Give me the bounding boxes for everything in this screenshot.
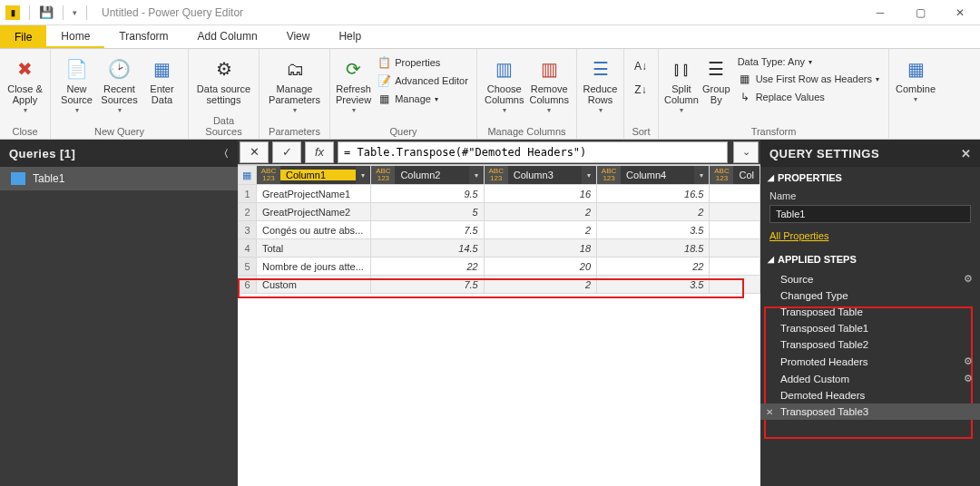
tab-view[interactable]: View — [272, 25, 325, 48]
table-row[interactable]: 6 Custom 7.5 2 3.5 — [239, 276, 760, 294]
table-row[interactable]: 1 GreatProjectName1 9.5 16 16.5 — [239, 185, 760, 203]
fx-button[interactable]: fx — [305, 141, 334, 163]
cell[interactable]: Congés ou autre abs... — [256, 221, 370, 239]
applied-step[interactable]: Source⚙ — [760, 270, 980, 287]
cell[interactable] — [710, 276, 760, 294]
advanced-editor-button[interactable]: 📝Advanced Editor — [373, 73, 472, 89]
save-icon[interactable]: 💾 — [39, 5, 54, 19]
cell[interactable]: Total — [256, 239, 370, 258]
cell[interactable]: 2 — [484, 276, 596, 294]
cell[interactable]: 14.5 — [371, 239, 484, 258]
group-by-button[interactable]: ☰ Group By — [701, 53, 732, 115]
choose-columns-button[interactable]: ▥ Choose Columns▾ — [483, 53, 526, 115]
applied-step[interactable]: Promoted Headers⚙ — [760, 353, 980, 370]
cell[interactable]: 3.5 — [597, 276, 710, 294]
manage-button[interactable]: ▦Manage ▾ — [373, 91, 472, 107]
maximize-button[interactable]: ▢ — [900, 0, 940, 25]
cell[interactable] — [710, 239, 760, 258]
properties-button[interactable]: 📋Properties — [373, 54, 472, 71]
expand-formula-button[interactable]: ⌄ — [733, 141, 759, 163]
column-dropdown-icon[interactable]: ▾ — [469, 166, 484, 184]
cell[interactable]: 3.5 — [597, 221, 710, 239]
enter-data-button[interactable]: ▦ Enter Data — [142, 53, 182, 115]
cell[interactable]: GreatProjectName1 — [256, 185, 370, 203]
data-source-settings-button[interactable]: ⚙ Data source settings — [194, 53, 253, 105]
collapse-icon[interactable]: ◢ — [768, 173, 774, 182]
remove-columns-button[interactable]: ▥ Remove Columns▾ — [528, 53, 572, 115]
column-header[interactable]: ABC123Col — [710, 166, 760, 185]
sort-asc-button[interactable]: A↓ — [630, 58, 652, 74]
gear-icon[interactable]: ⚙ — [964, 373, 973, 384]
table-row[interactable]: 2 GreatProjectName2 5 2 2 — [239, 203, 760, 221]
cell[interactable]: 22 — [597, 258, 710, 276]
data-type-button[interactable]: Data Type: Any ▾ — [734, 54, 883, 69]
replace-values-button[interactable]: ↳Replace Values — [734, 89, 883, 105]
cell[interactable]: 20 — [484, 258, 596, 276]
column-header[interactable]: ABC123Column3▾ — [484, 166, 596, 185]
column-header[interactable]: ABC123Column1▾ — [256, 166, 370, 185]
table-row[interactable]: 4 Total 14.5 18 18.5 — [239, 239, 760, 258]
cell[interactable] — [710, 203, 760, 221]
recent-sources-button[interactable]: 🕑 Recent Sources▾ — [99, 53, 140, 115]
formula-input[interactable] — [338, 141, 728, 163]
tab-transform[interactable]: Transform — [104, 25, 182, 48]
cell[interactable]: 9.5 — [371, 185, 484, 203]
tab-add-column[interactable]: Add Column — [183, 25, 272, 48]
close-apply-button[interactable]: ✖ Close & Apply ▾ — [5, 53, 44, 115]
qat-dropdown-icon[interactable]: ▾ — [73, 8, 77, 17]
column-header[interactable]: ABC123Column2▾ — [371, 166, 484, 185]
cell[interactable]: 2 — [597, 203, 710, 221]
cell[interactable] — [710, 258, 760, 276]
cell[interactable]: 16 — [484, 185, 596, 203]
applied-step[interactable]: Demoted Headers — [760, 387, 980, 403]
refresh-preview-button[interactable]: ⟳ Refresh Preview▾ — [336, 53, 371, 115]
table-row[interactable]: 5 Nombre de jours atte... 22 20 22 — [239, 258, 760, 276]
collapse-icon[interactable]: ◢ — [768, 255, 774, 264]
column-dropdown-icon[interactable]: ▾ — [694, 166, 709, 184]
select-all-cell[interactable]: ▦ — [239, 166, 257, 185]
tab-help[interactable]: Help — [324, 25, 376, 48]
data-grid[interactable]: ▦ ABC123Column1▾ ABC123Column2▾ ABC123Co… — [238, 165, 760, 486]
cell[interactable]: 2 — [484, 221, 596, 239]
applied-step[interactable]: Transposed Table3 — [760, 403, 980, 420]
split-column-button[interactable]: ⫿⫿ Split Column▾ — [664, 53, 699, 115]
column-header[interactable]: ABC123Column4▾ — [597, 166, 710, 185]
cell[interactable]: 16.5 — [597, 185, 710, 203]
cell[interactable]: GreatProjectName2 — [256, 203, 370, 221]
manage-parameters-button[interactable]: 🗂 Manage Parameters▾ — [265, 53, 324, 115]
collapse-queries-icon[interactable]: 〈 — [219, 147, 230, 160]
cell[interactable]: 2 — [484, 203, 596, 221]
new-source-button[interactable]: 📄 New Source▾ — [56, 53, 97, 115]
accept-formula-button[interactable]: ✓ — [272, 141, 301, 163]
cell[interactable]: Nombre de jours atte... — [256, 258, 370, 276]
reduce-rows-button[interactable]: ☰ Reduce Rows▾ — [583, 53, 618, 115]
tab-home[interactable]: Home — [46, 25, 104, 48]
sort-desc-button[interactable]: Z↓ — [630, 82, 652, 98]
applied-step[interactable]: Transposed Table1 — [760, 320, 980, 336]
query-item[interactable]: Table1 — [0, 167, 238, 190]
applied-step[interactable]: Transposed Table — [760, 304, 980, 320]
cell[interactable]: 22 — [371, 258, 484, 276]
query-name-input[interactable] — [769, 205, 971, 223]
cell[interactable]: 18.5 — [597, 239, 710, 258]
column-dropdown-icon[interactable]: ▾ — [582, 166, 596, 184]
minimize-button[interactable]: ─ — [860, 0, 900, 25]
cell[interactable]: 7.5 — [371, 276, 484, 294]
cell[interactable]: 5 — [371, 203, 484, 221]
table-row[interactable]: 3 Congés ou autre abs... 7.5 2 3.5 — [239, 221, 760, 239]
gear-icon[interactable]: ⚙ — [964, 355, 973, 367]
applied-step[interactable]: Added Custom⚙ — [760, 370, 980, 387]
cell[interactable]: 18 — [484, 239, 596, 258]
use-first-row-button[interactable]: ▦Use First Row as Headers ▾ — [734, 71, 883, 87]
all-properties-link[interactable]: All Properties — [760, 228, 980, 248]
combine-button[interactable]: ▦ Combine▾ — [895, 53, 936, 104]
cell[interactable] — [710, 221, 760, 239]
cell[interactable]: 7.5 — [371, 221, 484, 239]
gear-icon[interactable]: ⚙ — [964, 273, 973, 285]
close-button[interactable]: ✕ — [940, 0, 980, 25]
cell[interactable]: Custom — [256, 276, 370, 294]
column-dropdown-icon[interactable]: ▾ — [356, 166, 370, 184]
cell[interactable] — [710, 185, 760, 203]
close-settings-icon[interactable]: ✕ — [961, 147, 972, 160]
applied-step[interactable]: Changed Type — [760, 287, 980, 304]
